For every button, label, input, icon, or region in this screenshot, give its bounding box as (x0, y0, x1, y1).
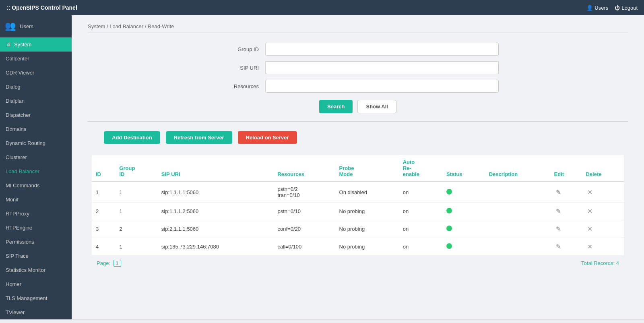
edit-button-2[interactable]: ✎ (554, 224, 563, 234)
page-label: Page: (97, 260, 110, 266)
cell-auto-reenable-2: on (399, 220, 442, 238)
cell-auto-reenable-3: on (399, 238, 442, 256)
action-buttons: Add Destination Refresh from Server Relo… (88, 131, 628, 144)
sidebar-item-dynamic-routing[interactable]: Dynamic Routing (0, 136, 72, 150)
resources-input[interactable] (265, 80, 499, 93)
cell-description-2 (485, 220, 550, 238)
main-layout: 👥 Users 🖥 System Callcenter CDR Viewer D… (0, 15, 644, 319)
col-header-group-id: GroupID (115, 155, 157, 182)
section-divider (88, 121, 628, 122)
table-row: 1 1 sip:1.1.1.1:5060 pstn=0/2 tran=0/10 … (92, 182, 624, 203)
sidebar-item-load-balancer[interactable]: Load Balancer (0, 164, 72, 178)
cell-group-id-3: 1 (115, 238, 157, 256)
add-destination-button[interactable]: Add Destination (104, 131, 160, 144)
cell-sip-uri-1: sip:1.1.1.2:5060 (157, 203, 274, 220)
cell-sip-uri-3: sip:185.73.229.146:7080 (157, 238, 274, 256)
reload-on-server-button[interactable]: Reload on Server (238, 131, 297, 144)
delete-button-2[interactable]: ✕ (586, 224, 594, 234)
table-footer: Page: 1 Total Records: 4 (92, 256, 624, 268)
sidebar-item-dialog[interactable]: Dialog (0, 80, 72, 94)
cell-id-2: 3 (92, 220, 115, 238)
cell-status-2 (442, 220, 485, 238)
users-nav-link[interactable]: 👤 Users (586, 5, 608, 11)
col-header-resources: Resources (273, 155, 335, 182)
sidebar-item-statistics-monitor[interactable]: Statistics Monitor (0, 263, 72, 277)
sidebar-item-domains[interactable]: Domains (0, 122, 72, 136)
sidebar-item-rtpproxy[interactable]: RTPProxy (0, 207, 72, 221)
sidebar-item-tviewer[interactable]: TViewer (0, 305, 72, 319)
cell-resources-1: pstn=0/10 (273, 203, 335, 220)
col-header-delete: Delete (582, 155, 624, 182)
content-area: System / Load Balancer / Read-Write Grou… (72, 15, 644, 319)
col-header-sip-uri: SIP URI (157, 155, 274, 182)
resources-label: Resources (217, 83, 265, 89)
cell-probe-mode-1: No probing (335, 203, 399, 220)
sidebar-item-permissions[interactable]: Permissions (0, 235, 72, 249)
col-header-auto-reenable: AutoRe-enable (399, 155, 442, 182)
cell-edit-3[interactable]: ✎ (550, 238, 582, 256)
users-icon: 👤 (586, 5, 593, 11)
cell-auto-reenable-1: on (399, 203, 442, 220)
sidebar-item-mi-commands[interactable]: MI Commands (0, 178, 72, 193)
search-button[interactable]: Search (319, 100, 353, 113)
show-all-button[interactable]: Show All (357, 100, 396, 113)
status-dot-1 (446, 208, 452, 213)
sidebar-item-homer[interactable]: Homer (0, 277, 72, 291)
sidebar-item-callcenter[interactable]: Callcenter (0, 52, 72, 66)
delete-button-1[interactable]: ✕ (586, 207, 594, 216)
group-id-field: Group ID (217, 43, 499, 56)
sidebar-item-sip-trace[interactable]: SIP Trace (0, 249, 72, 263)
edit-button-0[interactable]: ✎ (554, 188, 563, 197)
refresh-from-server-button[interactable]: Refresh from Server (166, 131, 232, 144)
total-records: Total Records: 4 (581, 260, 619, 266)
sidebar-item-dialplan[interactable]: Dialplan (0, 94, 72, 108)
sidebar-user: 👥 Users (0, 15, 72, 37)
form-buttons: Search Show All (217, 100, 499, 113)
cell-group-id-0: 1 (115, 182, 157, 203)
cell-group-id-1: 1 (115, 203, 157, 220)
cell-delete-3[interactable]: ✕ (582, 238, 624, 256)
app-title: :: OpenSIPS Control Panel (6, 4, 77, 11)
status-dot-0 (446, 189, 452, 195)
table-row: 3 2 sip:2.1.1.1:5060 conf=0/20 No probin… (92, 220, 624, 238)
sidebar-item-dispatcher[interactable]: Dispatcher (0, 108, 72, 122)
cell-delete-2[interactable]: ✕ (582, 220, 624, 238)
cell-edit-2[interactable]: ✎ (550, 220, 582, 238)
cell-status-1 (442, 203, 485, 220)
cell-delete-1[interactable]: ✕ (582, 203, 624, 220)
cell-probe-mode-3: No probing (335, 238, 399, 256)
logout-nav-link[interactable]: ⏻ Logout (615, 5, 638, 11)
resources-field: Resources (217, 80, 499, 93)
cell-edit-1[interactable]: ✎ (550, 203, 582, 220)
sidebar-user-label: Users (20, 23, 33, 29)
cell-id-0: 1 (92, 182, 115, 203)
edit-button-1[interactable]: ✎ (554, 207, 563, 216)
sidebar-item-monit[interactable]: Monit (0, 193, 72, 207)
table-row: 2 1 sip:1.1.1.2:5060 pstn=0/10 No probin… (92, 203, 624, 220)
user-icon: 👥 (5, 21, 16, 31)
sip-uri-input[interactable] (265, 61, 499, 74)
page-number[interactable]: 1 (114, 260, 121, 267)
group-id-input[interactable] (265, 43, 499, 56)
sidebar-item-cdr-viewer[interactable]: CDR Viewer (0, 66, 72, 80)
sidebar-item-system[interactable]: 🖥 System (0, 37, 72, 52)
cell-delete-0[interactable]: ✕ (582, 182, 624, 203)
delete-button-3[interactable]: ✕ (586, 242, 594, 251)
edit-button-3[interactable]: ✎ (554, 242, 563, 251)
sidebar-item-tls-management[interactable]: TLS Management (0, 291, 72, 305)
cell-id-3: 4 (92, 238, 115, 256)
cell-edit-0[interactable]: ✎ (550, 182, 582, 203)
delete-button-0[interactable]: ✕ (586, 188, 594, 197)
navbar: :: OpenSIPS Control Panel 👤 Users ⏻ Logo… (0, 0, 644, 15)
logout-icon: ⏻ (615, 5, 620, 11)
sidebar-item-clusterer[interactable]: Clusterer (0, 150, 72, 164)
system-icon: 🖥 (6, 41, 11, 48)
footer: Copyright 2006-2016 OpenSIPS Project (0, 319, 644, 323)
status-dot-3 (446, 243, 452, 249)
cell-sip-uri-2: sip:2.1.1.1:5060 (157, 220, 274, 238)
cell-resources-3: call=0/100 (273, 238, 335, 256)
sidebar: 👥 Users 🖥 System Callcenter CDR Viewer D… (0, 15, 72, 319)
cell-status-0 (442, 182, 485, 203)
destinations-table: ID GroupID SIP URI Resources ProbeMode A… (92, 155, 624, 256)
sidebar-item-rtpengine[interactable]: RTPEngine (0, 221, 72, 235)
